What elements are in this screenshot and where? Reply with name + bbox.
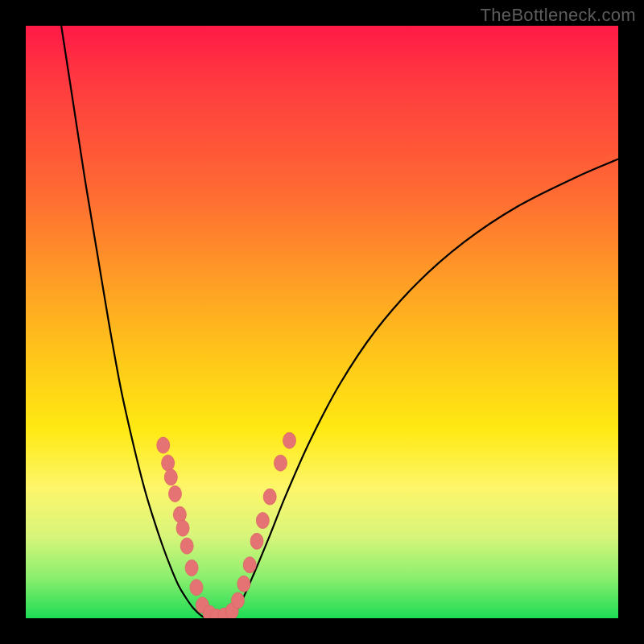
- data-marker: [250, 533, 263, 549]
- data-marker: [274, 455, 287, 471]
- data-marker: [263, 489, 276, 505]
- chart-svg: [26, 26, 618, 618]
- data-marker: [164, 469, 177, 485]
- data-marker: [237, 576, 250, 592]
- curve-right: [233, 159, 618, 616]
- chart-frame: TheBottleneck.com: [0, 0, 644, 644]
- data-marker: [231, 592, 244, 609]
- data-marker: [256, 513, 269, 529]
- data-marker: [168, 485, 181, 502]
- data-marker: [243, 557, 256, 573]
- data-marker: [190, 580, 203, 596]
- data-marker: [176, 520, 189, 536]
- watermark-text: TheBottleneck.com: [481, 5, 636, 26]
- data-marker: [157, 437, 170, 453]
- plot-area: [26, 26, 618, 618]
- data-marker: [185, 559, 198, 576]
- data-marker: [180, 538, 193, 554]
- data-marker: [162, 455, 175, 471]
- marker-group: [157, 432, 296, 618]
- data-marker: [283, 432, 296, 448]
